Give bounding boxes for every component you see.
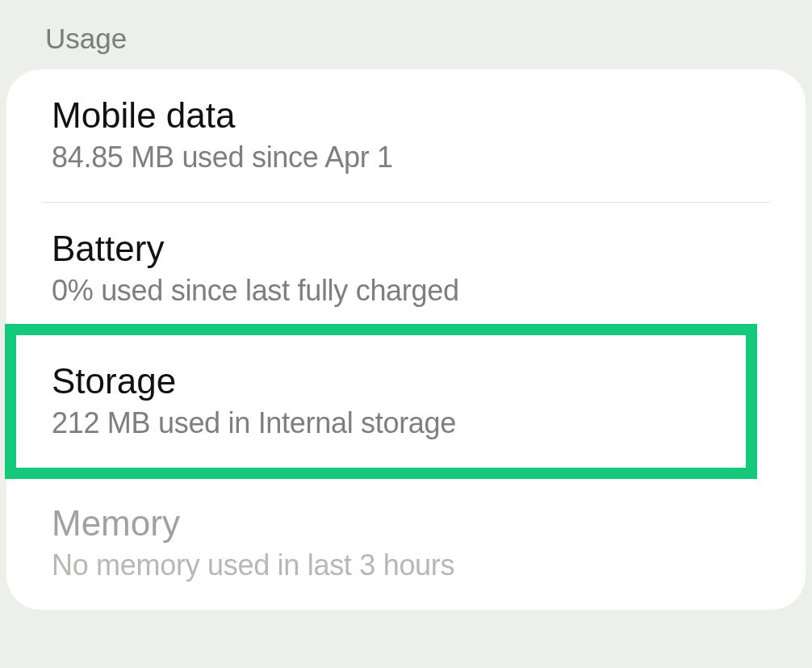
storage-item[interactable]: Storage 212 MB used in Internal storage bbox=[6, 335, 806, 468]
section-header-usage: Usage bbox=[0, 0, 812, 69]
storage-highlight-wrapper: Storage 212 MB used in Internal storage bbox=[6, 335, 806, 468]
storage-subtitle: 212 MB used in Internal storage bbox=[52, 406, 760, 440]
memory-item[interactable]: Memory No memory used in last 3 hours bbox=[6, 468, 806, 610]
memory-subtitle: No memory used in last 3 hours bbox=[52, 548, 760, 582]
battery-item[interactable]: Battery 0% used since last fully charged bbox=[6, 203, 806, 335]
storage-title: Storage bbox=[52, 361, 760, 401]
usage-card: Mobile data 84.85 MB used since Apr 1 Ba… bbox=[6, 69, 806, 610]
mobile-data-item[interactable]: Mobile data 84.85 MB used since Apr 1 bbox=[6, 69, 806, 202]
mobile-data-title: Mobile data bbox=[52, 95, 760, 136]
memory-title: Memory bbox=[52, 503, 760, 544]
battery-title: Battery bbox=[52, 229, 760, 269]
mobile-data-subtitle: 84.85 MB used since Apr 1 bbox=[52, 141, 760, 174]
battery-subtitle: 0% used since last fully charged bbox=[52, 274, 760, 308]
